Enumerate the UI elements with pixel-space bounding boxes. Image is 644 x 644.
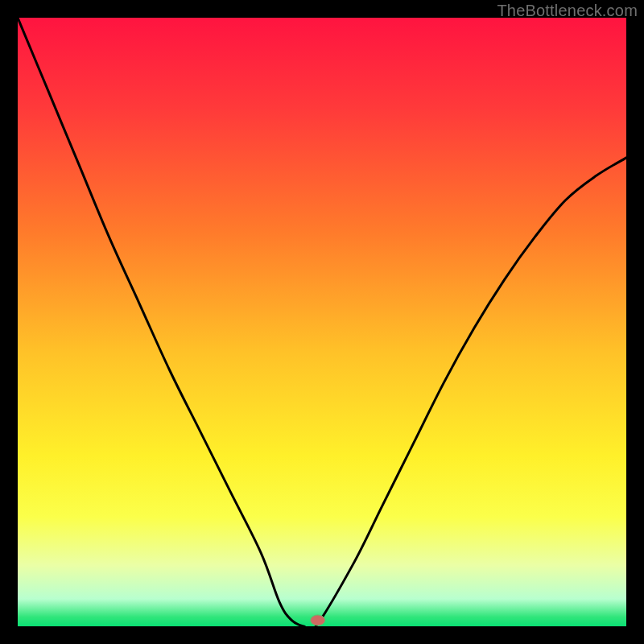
optimal-point-marker: [311, 615, 325, 625]
plot-area: [18, 18, 626, 626]
bottleneck-chart: [18, 18, 626, 626]
chart-frame: TheBottleneck.com: [0, 0, 644, 644]
gradient-background: [18, 18, 626, 626]
